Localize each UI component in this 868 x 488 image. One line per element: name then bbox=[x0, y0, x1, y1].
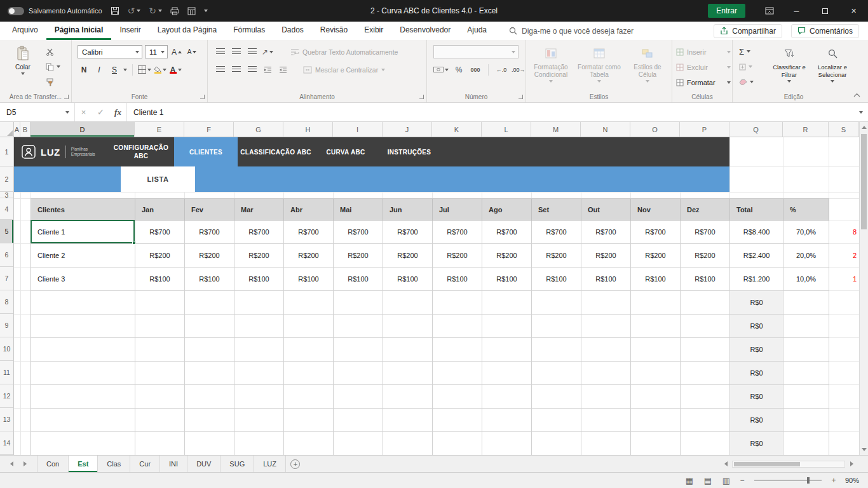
close-button[interactable]: × bbox=[839, 0, 868, 22]
cell-month[interactable]: R$700 bbox=[433, 220, 482, 244]
vertical-scrollbar[interactable] bbox=[859, 122, 868, 455]
cell-month[interactable] bbox=[284, 315, 334, 338]
normal-view-icon[interactable]: ▦ bbox=[682, 475, 696, 486]
row-header-1[interactable]: 1 bbox=[0, 137, 14, 166]
cell-month[interactable] bbox=[532, 291, 581, 315]
ribbon-tab-inserir[interactable]: Inserir bbox=[111, 22, 149, 40]
ribbon-tab-revisao[interactable]: Revisão bbox=[312, 22, 356, 40]
cell-month[interactable] bbox=[334, 362, 383, 385]
cell-month[interactable] bbox=[284, 409, 334, 432]
cell-month[interactable] bbox=[383, 385, 433, 409]
cell-month[interactable]: R$200 bbox=[681, 244, 730, 268]
cell-month[interactable]: R$100 bbox=[135, 268, 185, 291]
cell-month[interactable] bbox=[581, 315, 631, 338]
table-header-clientes[interactable]: Clientes bbox=[31, 199, 135, 220]
cell-total[interactable]: R$0 bbox=[730, 338, 783, 362]
cell-month[interactable] bbox=[482, 338, 532, 362]
cell-month[interactable] bbox=[185, 315, 234, 338]
column-header-a[interactable]: A bbox=[14, 122, 20, 137]
cell-month[interactable] bbox=[532, 315, 581, 338]
cell-month[interactable]: R$100 bbox=[383, 268, 433, 291]
cell-month[interactable] bbox=[433, 291, 482, 315]
column-header-f[interactable]: F bbox=[184, 122, 234, 137]
share-button[interactable]: Compartilhar bbox=[714, 24, 782, 38]
column-header-h[interactable]: H bbox=[283, 122, 333, 137]
cell-month[interactable] bbox=[284, 362, 334, 385]
decrease-indent-icon[interactable] bbox=[261, 63, 274, 76]
table-header-ago[interactable]: Ago bbox=[482, 199, 532, 220]
customize-qat-icon[interactable] bbox=[204, 10, 208, 12]
column-header-k[interactable]: K bbox=[432, 122, 482, 137]
cell-month[interactable] bbox=[433, 362, 482, 385]
cell-month[interactable] bbox=[234, 291, 284, 315]
ribbon-display-options-icon[interactable] bbox=[757, 0, 782, 22]
table-header-abr[interactable]: Abr bbox=[284, 199, 334, 220]
number-dialog-launcher[interactable] bbox=[519, 95, 523, 99]
row-header-12[interactable]: 12 bbox=[0, 384, 14, 408]
horizontal-scrollbar[interactable] bbox=[719, 456, 868, 472]
cell-month[interactable] bbox=[532, 409, 581, 432]
cell-percent[interactable] bbox=[783, 362, 829, 385]
accounting-format-button[interactable] bbox=[433, 63, 449, 76]
cell-month[interactable] bbox=[631, 409, 681, 432]
cell-percent[interactable] bbox=[783, 315, 829, 338]
borders-button[interactable] bbox=[138, 63, 151, 76]
orientation-button[interactable]: ↗ bbox=[261, 45, 274, 58]
column-header-m[interactable]: M bbox=[531, 122, 581, 137]
cell-month[interactable]: R$700 bbox=[234, 220, 284, 244]
cell-month[interactable] bbox=[631, 338, 681, 362]
cell-client-name[interactable] bbox=[31, 362, 135, 385]
cell-month[interactable] bbox=[334, 338, 383, 362]
table-header-item[interactable]: % bbox=[783, 199, 829, 220]
cell-total[interactable]: R$0 bbox=[730, 362, 783, 385]
quick-print-icon[interactable] bbox=[170, 7, 179, 15]
insert-function-icon[interactable]: fx bbox=[109, 103, 126, 121]
row-header-3[interactable]: 3 bbox=[0, 192, 14, 198]
cell-month[interactable] bbox=[482, 362, 532, 385]
column-header-i[interactable]: I bbox=[333, 122, 383, 137]
page-break-view-icon[interactable]: ▥ bbox=[719, 475, 733, 486]
cell-month[interactable] bbox=[334, 291, 383, 315]
zoom-slider[interactable] bbox=[754, 480, 822, 481]
align-right-icon[interactable] bbox=[248, 66, 257, 73]
cell-month[interactable] bbox=[383, 291, 433, 315]
table-tool-icon[interactable] bbox=[187, 7, 196, 15]
cell-month[interactable]: R$100 bbox=[631, 268, 681, 291]
cell-month[interactable] bbox=[433, 409, 482, 432]
cell-total[interactable]: R$2.400 bbox=[730, 244, 783, 268]
cell-month[interactable]: R$700 bbox=[532, 220, 581, 244]
column-header-j[interactable]: J bbox=[383, 122, 432, 137]
new-sheet-button[interactable]: + bbox=[286, 456, 305, 472]
underline-menu-caret[interactable] bbox=[123, 69, 127, 71]
cell-month[interactable]: R$200 bbox=[482, 244, 532, 268]
cell-month[interactable] bbox=[234, 315, 284, 338]
number-format-select[interactable] bbox=[433, 45, 519, 58]
cell-month[interactable] bbox=[135, 362, 185, 385]
delete-cells-button[interactable]: Excluir bbox=[676, 60, 731, 74]
cell-month[interactable] bbox=[284, 385, 334, 409]
ribbon-tab-desenvolvedor[interactable]: Desenvolvedor bbox=[391, 22, 459, 40]
row-header-2[interactable]: 2 bbox=[0, 166, 14, 192]
cell-month[interactable] bbox=[234, 385, 284, 409]
cell-month[interactable]: R$200 bbox=[631, 244, 681, 268]
maximize-button[interactable] bbox=[811, 0, 839, 22]
cell-month[interactable] bbox=[135, 409, 185, 432]
align-middle-icon[interactable] bbox=[232, 48, 241, 55]
clear-button[interactable] bbox=[739, 76, 754, 88]
cell-total[interactable]: R$1.200 bbox=[730, 268, 783, 291]
cell-client-name[interactable] bbox=[31, 409, 135, 432]
cell-month[interactable]: R$200 bbox=[532, 244, 581, 268]
cell-month[interactable] bbox=[284, 338, 334, 362]
row-header-4[interactable]: 4 bbox=[0, 198, 14, 220]
cell-total[interactable]: R$0 bbox=[730, 385, 783, 409]
cell-month[interactable]: R$100 bbox=[284, 268, 334, 291]
cell-month[interactable] bbox=[185, 362, 234, 385]
cell-month[interactable] bbox=[482, 291, 532, 315]
cell-month[interactable] bbox=[135, 291, 185, 315]
table-header-total[interactable]: Total bbox=[730, 199, 783, 220]
next-sheet-icon[interactable] bbox=[24, 461, 27, 466]
zoom-out-icon[interactable]: − bbox=[738, 476, 747, 485]
banner-nav-configuracao-abc[interactable]: CONFIGURAÇÃO ABC bbox=[108, 137, 174, 166]
cell-month[interactable] bbox=[532, 362, 581, 385]
cell-month[interactable]: R$100 bbox=[334, 268, 383, 291]
